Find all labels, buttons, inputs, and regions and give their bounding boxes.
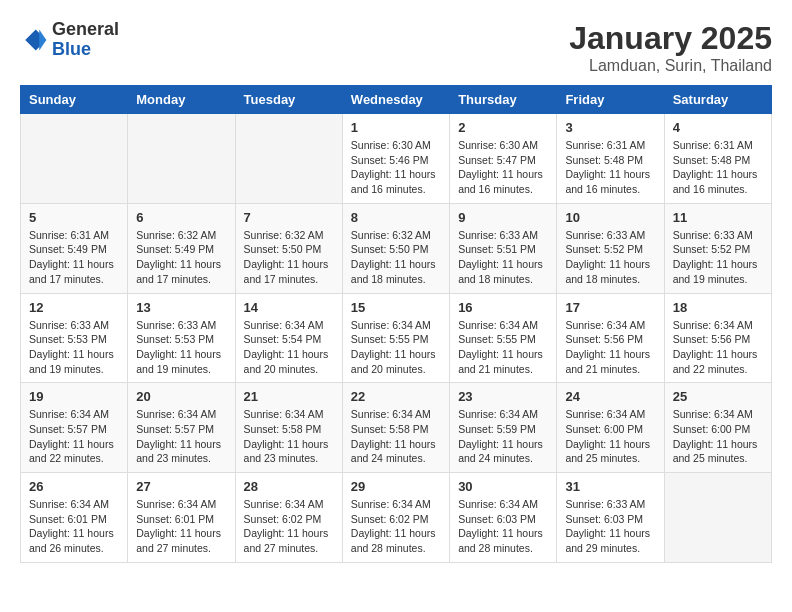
day-info: Sunrise: 6:31 AM Sunset: 5:48 PM Dayligh… [565, 138, 655, 197]
svg-marker-1 [39, 29, 46, 50]
day-info: Sunrise: 6:34 AM Sunset: 6:02 PM Dayligh… [244, 497, 334, 556]
calendar-cell: 25Sunrise: 6:34 AM Sunset: 6:00 PM Dayli… [664, 383, 771, 473]
calendar-cell: 3Sunrise: 6:31 AM Sunset: 5:48 PM Daylig… [557, 114, 664, 204]
calendar-cell: 27Sunrise: 6:34 AM Sunset: 6:01 PM Dayli… [128, 473, 235, 563]
day-number: 7 [244, 210, 334, 225]
day-number: 28 [244, 479, 334, 494]
day-info: Sunrise: 6:33 AM Sunset: 6:03 PM Dayligh… [565, 497, 655, 556]
day-number: 12 [29, 300, 119, 315]
logo-text: General Blue [52, 20, 119, 60]
day-info: Sunrise: 6:33 AM Sunset: 5:51 PM Dayligh… [458, 228, 548, 287]
day-number: 15 [351, 300, 441, 315]
title-block: January 2025 Lamduan, Surin, Thailand [569, 20, 772, 75]
day-info: Sunrise: 6:31 AM Sunset: 5:48 PM Dayligh… [673, 138, 763, 197]
calendar-table: SundayMondayTuesdayWednesdayThursdayFrid… [20, 85, 772, 563]
day-info: Sunrise: 6:33 AM Sunset: 5:52 PM Dayligh… [673, 228, 763, 287]
calendar-week-5: 26Sunrise: 6:34 AM Sunset: 6:01 PM Dayli… [21, 473, 772, 563]
day-info: Sunrise: 6:31 AM Sunset: 5:49 PM Dayligh… [29, 228, 119, 287]
calendar-cell: 20Sunrise: 6:34 AM Sunset: 5:57 PM Dayli… [128, 383, 235, 473]
day-info: Sunrise: 6:34 AM Sunset: 5:57 PM Dayligh… [29, 407, 119, 466]
calendar-week-3: 12Sunrise: 6:33 AM Sunset: 5:53 PM Dayli… [21, 293, 772, 383]
day-number: 19 [29, 389, 119, 404]
day-info: Sunrise: 6:30 AM Sunset: 5:47 PM Dayligh… [458, 138, 548, 197]
calendar-cell: 5Sunrise: 6:31 AM Sunset: 5:49 PM Daylig… [21, 203, 128, 293]
day-info: Sunrise: 6:34 AM Sunset: 6:01 PM Dayligh… [136, 497, 226, 556]
day-number: 16 [458, 300, 548, 315]
day-info: Sunrise: 6:32 AM Sunset: 5:50 PM Dayligh… [351, 228, 441, 287]
day-info: Sunrise: 6:32 AM Sunset: 5:50 PM Dayligh… [244, 228, 334, 287]
calendar-header: SundayMondayTuesdayWednesdayThursdayFrid… [21, 86, 772, 114]
calendar-cell: 30Sunrise: 6:34 AM Sunset: 6:03 PM Dayli… [450, 473, 557, 563]
day-number: 13 [136, 300, 226, 315]
day-info: Sunrise: 6:34 AM Sunset: 6:00 PM Dayligh… [565, 407, 655, 466]
day-number: 5 [29, 210, 119, 225]
calendar-cell: 15Sunrise: 6:34 AM Sunset: 5:55 PM Dayli… [342, 293, 449, 383]
day-number: 20 [136, 389, 226, 404]
day-info: Sunrise: 6:34 AM Sunset: 6:01 PM Dayligh… [29, 497, 119, 556]
day-number: 9 [458, 210, 548, 225]
day-number: 10 [565, 210, 655, 225]
calendar-cell: 21Sunrise: 6:34 AM Sunset: 5:58 PM Dayli… [235, 383, 342, 473]
calendar-cell: 28Sunrise: 6:34 AM Sunset: 6:02 PM Dayli… [235, 473, 342, 563]
calendar-body: 1Sunrise: 6:30 AM Sunset: 5:46 PM Daylig… [21, 114, 772, 563]
page-header: General Blue January 2025 Lamduan, Surin… [20, 20, 772, 75]
calendar-cell: 11Sunrise: 6:33 AM Sunset: 5:52 PM Dayli… [664, 203, 771, 293]
day-number: 23 [458, 389, 548, 404]
day-number: 1 [351, 120, 441, 135]
calendar-cell: 29Sunrise: 6:34 AM Sunset: 6:02 PM Dayli… [342, 473, 449, 563]
calendar-cell: 12Sunrise: 6:33 AM Sunset: 5:53 PM Dayli… [21, 293, 128, 383]
calendar-week-4: 19Sunrise: 6:34 AM Sunset: 5:57 PM Dayli… [21, 383, 772, 473]
day-number: 26 [29, 479, 119, 494]
calendar-cell [128, 114, 235, 204]
day-info: Sunrise: 6:34 AM Sunset: 5:57 PM Dayligh… [136, 407, 226, 466]
weekday-header-thursday: Thursday [450, 86, 557, 114]
day-info: Sunrise: 6:34 AM Sunset: 6:03 PM Dayligh… [458, 497, 548, 556]
page-subtitle: Lamduan, Surin, Thailand [569, 57, 772, 75]
calendar-cell: 9Sunrise: 6:33 AM Sunset: 5:51 PM Daylig… [450, 203, 557, 293]
logo: General Blue [20, 20, 119, 60]
calendar-cell: 10Sunrise: 6:33 AM Sunset: 5:52 PM Dayli… [557, 203, 664, 293]
day-info: Sunrise: 6:34 AM Sunset: 6:00 PM Dayligh… [673, 407, 763, 466]
calendar-cell [664, 473, 771, 563]
calendar-cell: 31Sunrise: 6:33 AM Sunset: 6:03 PM Dayli… [557, 473, 664, 563]
calendar-cell: 14Sunrise: 6:34 AM Sunset: 5:54 PM Dayli… [235, 293, 342, 383]
day-number: 31 [565, 479, 655, 494]
calendar-cell: 8Sunrise: 6:32 AM Sunset: 5:50 PM Daylig… [342, 203, 449, 293]
day-number: 17 [565, 300, 655, 315]
day-number: 14 [244, 300, 334, 315]
calendar-cell: 13Sunrise: 6:33 AM Sunset: 5:53 PM Dayli… [128, 293, 235, 383]
calendar-cell: 17Sunrise: 6:34 AM Sunset: 5:56 PM Dayli… [557, 293, 664, 383]
day-info: Sunrise: 6:33 AM Sunset: 5:52 PM Dayligh… [565, 228, 655, 287]
day-number: 2 [458, 120, 548, 135]
day-number: 4 [673, 120, 763, 135]
calendar-cell: 26Sunrise: 6:34 AM Sunset: 6:01 PM Dayli… [21, 473, 128, 563]
day-info: Sunrise: 6:34 AM Sunset: 5:55 PM Dayligh… [351, 318, 441, 377]
calendar-cell: 23Sunrise: 6:34 AM Sunset: 5:59 PM Dayli… [450, 383, 557, 473]
weekday-header-wednesday: Wednesday [342, 86, 449, 114]
calendar-week-2: 5Sunrise: 6:31 AM Sunset: 5:49 PM Daylig… [21, 203, 772, 293]
day-number: 6 [136, 210, 226, 225]
day-info: Sunrise: 6:34 AM Sunset: 5:56 PM Dayligh… [565, 318, 655, 377]
calendar-cell: 1Sunrise: 6:30 AM Sunset: 5:46 PM Daylig… [342, 114, 449, 204]
calendar-cell [21, 114, 128, 204]
day-number: 27 [136, 479, 226, 494]
day-number: 8 [351, 210, 441, 225]
day-info: Sunrise: 6:34 AM Sunset: 6:02 PM Dayligh… [351, 497, 441, 556]
calendar-cell: 6Sunrise: 6:32 AM Sunset: 5:49 PM Daylig… [128, 203, 235, 293]
calendar-cell [235, 114, 342, 204]
day-number: 22 [351, 389, 441, 404]
calendar-cell: 24Sunrise: 6:34 AM Sunset: 6:00 PM Dayli… [557, 383, 664, 473]
day-number: 24 [565, 389, 655, 404]
day-info: Sunrise: 6:34 AM Sunset: 5:58 PM Dayligh… [244, 407, 334, 466]
calendar-cell: 22Sunrise: 6:34 AM Sunset: 5:58 PM Dayli… [342, 383, 449, 473]
calendar-cell: 19Sunrise: 6:34 AM Sunset: 5:57 PM Dayli… [21, 383, 128, 473]
calendar-cell: 2Sunrise: 6:30 AM Sunset: 5:47 PM Daylig… [450, 114, 557, 204]
day-info: Sunrise: 6:34 AM Sunset: 5:58 PM Dayligh… [351, 407, 441, 466]
calendar-cell: 7Sunrise: 6:32 AM Sunset: 5:50 PM Daylig… [235, 203, 342, 293]
day-info: Sunrise: 6:33 AM Sunset: 5:53 PM Dayligh… [29, 318, 119, 377]
day-info: Sunrise: 6:32 AM Sunset: 5:49 PM Dayligh… [136, 228, 226, 287]
weekday-header-saturday: Saturday [664, 86, 771, 114]
day-number: 29 [351, 479, 441, 494]
day-info: Sunrise: 6:34 AM Sunset: 5:55 PM Dayligh… [458, 318, 548, 377]
page-title: January 2025 [569, 20, 772, 57]
